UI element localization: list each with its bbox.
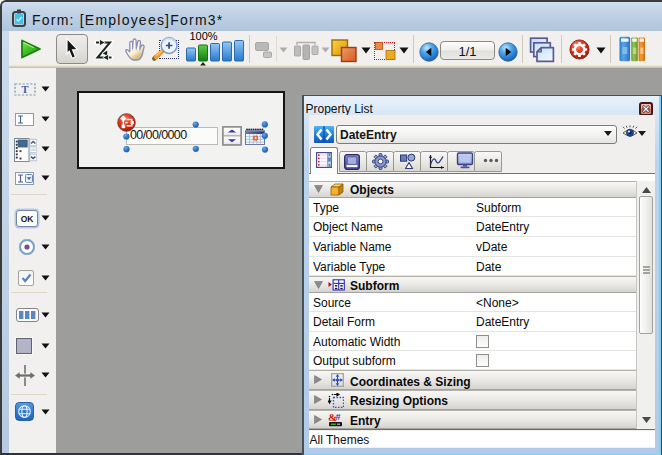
svg-text:#: # [336,412,341,422]
svg-text:T: T [21,84,28,95]
